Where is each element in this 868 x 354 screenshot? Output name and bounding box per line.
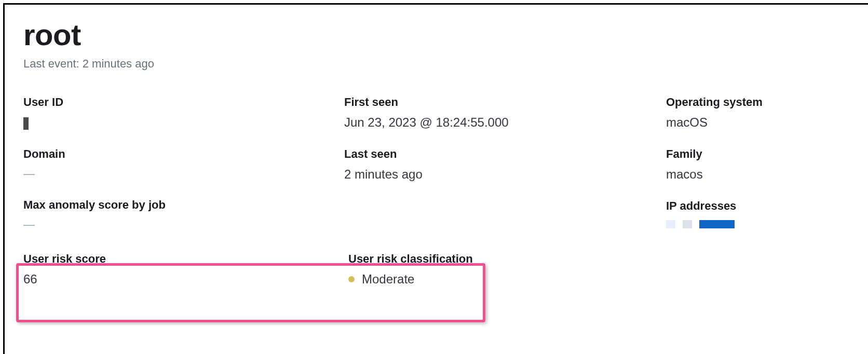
severity-dot-icon: [348, 276, 355, 282]
user-id-label: User ID: [23, 96, 344, 109]
field-last-seen: Last seen 2 minutes ago: [344, 147, 666, 182]
risk-row: User risk score 66 User risk classificat…: [23, 249, 851, 287]
user-detail-panel: root Last event: 2 minutes ago User ID D…: [3, 3, 868, 354]
os-value: macOS: [666, 115, 851, 130]
ip-chip[interactable]: [683, 220, 692, 228]
field-user-id: User ID: [23, 96, 344, 130]
column-middle: First seen Jun 23, 2023 @ 18:24:55.000 L…: [344, 96, 666, 249]
risk-class-label: User risk classification: [348, 252, 851, 266]
field-risk-classification: User risk classification Moderate: [342, 249, 851, 287]
column-right: Operating system macOS Family macos IP a…: [666, 96, 851, 249]
ip-chip[interactable]: [666, 220, 675, 228]
field-os: Operating system macOS: [666, 96, 851, 130]
detail-columns: User ID Domain — Max anomaly score by jo…: [23, 96, 851, 249]
field-domain: Domain —: [23, 147, 344, 181]
field-risk-score: User risk score 66: [23, 249, 342, 287]
first-seen-label: First seen: [344, 96, 666, 109]
column-left: User ID Domain — Max anomaly score by jo…: [23, 96, 344, 249]
ip-label: IP addresses: [666, 199, 851, 213]
user-id-value: [23, 115, 344, 130]
risk-class-value: Moderate: [348, 272, 851, 287]
field-family: Family macos: [666, 147, 851, 182]
family-value: macos: [666, 167, 851, 182]
last-event-subtitle: Last event: 2 minutes ago: [23, 57, 851, 71]
risk-class-text: Moderate: [362, 272, 414, 286]
field-ip-addresses: IP addresses: [666, 199, 851, 228]
field-max-anomaly: Max anomaly score by job —: [23, 198, 344, 232]
first-seen-value: Jun 23, 2023 @ 18:24:55.000: [344, 115, 666, 130]
page-title: root: [23, 17, 851, 52]
last-seen-value: 2 minutes ago: [344, 167, 666, 182]
os-label: Operating system: [666, 96, 851, 109]
family-label: Family: [666, 147, 851, 161]
field-first-seen: First seen Jun 23, 2023 @ 18:24:55.000: [344, 96, 666, 130]
ip-address-list: [666, 220, 851, 228]
risk-score-value: 66: [23, 272, 342, 287]
max-anomaly-value: —: [23, 218, 344, 232]
last-seen-label: Last seen: [344, 147, 666, 161]
domain-value: —: [23, 167, 344, 181]
domain-label: Domain: [23, 147, 344, 161]
max-anomaly-label: Max anomaly score by job: [23, 198, 344, 212]
risk-score-label: User risk score: [23, 252, 342, 266]
redacted-icon: [23, 117, 29, 130]
ip-chip[interactable]: [699, 220, 735, 228]
